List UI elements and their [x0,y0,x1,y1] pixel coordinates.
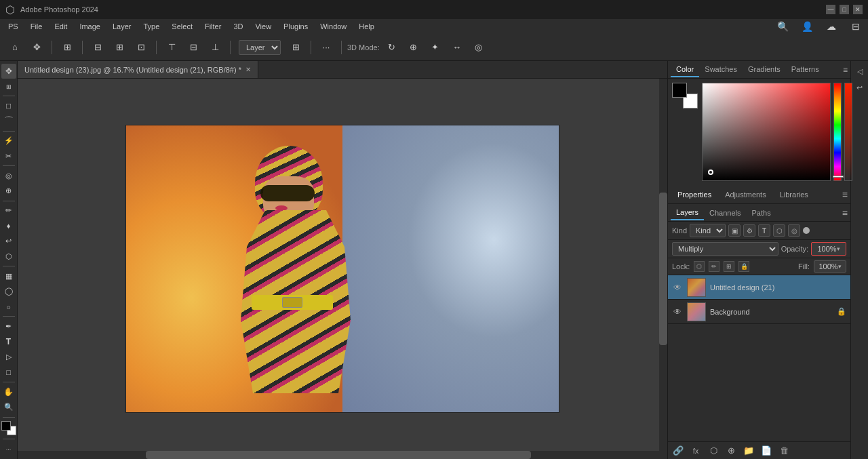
artboard-tool[interactable]: ⊞ [1,79,16,94]
filter-shape-icon[interactable]: ⬡ [773,224,785,237]
layer-delete-icon[interactable]: 🗑 [778,445,790,457]
layer-link-icon[interactable]: 🔗 [672,445,684,457]
more-options-icon[interactable]: ··· [317,38,336,57]
search-icon[interactable]: 🔍 [773,17,792,36]
slide-icon[interactable]: ↔ [448,38,467,57]
filter-pixel-icon[interactable]: ▣ [728,224,741,237]
lock-artboard-icon[interactable]: ⊞ [724,261,734,272]
color-picker-field[interactable] [702,83,831,181]
filter-smart-icon[interactable]: ◎ [788,224,800,237]
blend-mode-dropdown[interactable]: Multiply Normal Screen Overlay [672,242,778,256]
layer-adjustment-icon[interactable]: ⊕ [725,445,737,457]
clone-tool[interactable]: ♦ [1,218,16,233]
zoom-tool[interactable]: 🔍 [1,400,16,415]
layer-visibility-icon-1[interactable]: 👁 [672,306,683,317]
magic-wand-tool[interactable]: ⚡ [1,134,16,148]
close-button[interactable]: ✕ [853,5,863,14]
move-tool-icon[interactable]: ✥ [27,38,46,57]
menu-view[interactable]: View [250,21,277,32]
layer-visibility-icon-0[interactable]: 👁 [672,282,683,293]
home-icon[interactable]: ⌂ [5,38,24,57]
menu-file[interactable]: File [25,21,48,32]
move-tool[interactable]: ✥ [1,64,16,79]
distribute-top-icon[interactable]: ⊤ [162,38,181,57]
isolate-icon[interactable]: ⊞ [286,38,305,57]
lock-position-icon[interactable]: ✏ [709,261,719,272]
account-icon[interactable]: 👤 [797,17,816,36]
h-scroll-thumb[interactable] [146,451,531,459]
brush-tool[interactable]: ✏ [1,203,16,218]
lock-pixels-icon[interactable]: ⬡ [694,261,705,272]
menu-type[interactable]: Type [138,21,165,32]
tab-close-icon[interactable]: ✕ [245,66,251,73]
menu-3d[interactable]: 3D [228,21,248,32]
opacity-value[interactable]: 100% ▾ [811,242,846,256]
distribute-bottom-icon[interactable]: ⊥ [205,38,224,57]
menu-filter[interactable]: Filter [199,21,226,32]
layer-new-icon[interactable]: 📄 [760,445,772,457]
canvas-container[interactable] [18,79,667,459]
panel-toggle-icon[interactable]: ◁ [852,64,867,79]
more-tools[interactable]: ··· [1,441,16,456]
layer-folder-icon[interactable]: 📁 [743,445,755,457]
opacity-arrow-icon[interactable]: ▾ [837,245,840,252]
align-center-icon[interactable]: ⊞ [110,38,129,57]
layers-menu-icon[interactable]: ≡ [842,207,848,218]
menu-edit[interactable]: Edit [49,21,73,32]
tab-gradients[interactable]: Gradients [743,62,786,77]
eraser-tool[interactable]: ⬡ [1,250,16,264]
lock-all-icon[interactable]: 🔒 [738,261,749,272]
menu-image[interactable]: Image [74,21,106,32]
fg-color-box[interactable] [672,83,687,98]
horizontal-scrollbar[interactable] [18,451,659,459]
tab-libraries[interactable]: Libraries [773,188,815,201]
cloud-icon[interactable]: ☁ [822,17,841,36]
arrange-icon[interactable]: ⊟ [846,17,865,36]
tab-layers[interactable]: Layers [671,205,704,220]
shape-tool[interactable]: □ [1,365,16,380]
history-brush-tool[interactable]: ↩ [1,234,16,249]
layer-dropdown[interactable]: Layer [239,40,281,55]
history-icon[interactable]: ↩ [852,80,867,95]
rotate-icon[interactable]: ↻ [382,38,401,57]
roll-icon[interactable]: ◎ [469,38,488,57]
vertical-scrollbar[interactable] [659,79,667,459]
tab-channels[interactable]: Channels [704,206,746,220]
canvas-image[interactable] [125,125,559,413]
menu-ps[interactable]: PS [3,21,24,32]
marquee-tool[interactable]: □ [1,98,16,113]
fill-arrow-icon[interactable]: ▾ [838,263,842,270]
distribute-center-icon[interactable]: ⊟ [184,38,203,57]
tab-swatches[interactable]: Swatches [699,62,743,77]
pen-tool[interactable]: ✒ [1,319,16,334]
kind-dropdown[interactable]: Kind [690,224,726,237]
tab-patterns[interactable]: Patterns [786,62,825,77]
gradient-tool[interactable]: ▦ [1,268,16,283]
layer-item-untitled-design[interactable]: 👁 Untitled design (21) [668,275,850,300]
menu-help[interactable]: Help [353,21,380,32]
layer-fx-icon[interactable]: fx [690,445,702,457]
text-tool[interactable]: T [1,334,16,349]
blur-tool[interactable]: ◯ [1,284,16,299]
crop-tool[interactable]: ✂ [1,148,16,163]
menu-window[interactable]: Window [315,21,352,32]
filter-type-icon[interactable]: T [758,224,770,237]
transform-icon[interactable]: ⊞ [58,38,77,57]
properties-menu-icon[interactable]: ≡ [842,189,848,200]
tab-color[interactable]: Color [671,62,699,77]
alpha-bar[interactable] [844,83,852,181]
selection-tool[interactable]: ▷ [1,350,16,365]
tab-paths[interactable]: Paths [747,206,776,220]
color-panel-menu-icon[interactable]: ≡ [843,65,848,75]
healing-tool[interactable]: ⊕ [1,184,16,199]
tab-adjustments[interactable]: Adjustments [718,188,773,201]
tab-properties[interactable]: Properties [671,188,718,201]
hue-bar[interactable] [833,83,842,181]
maximize-button[interactable]: □ [840,5,849,14]
layer-mask-icon[interactable]: ⬡ [707,445,719,457]
pan-icon[interactable]: ⊕ [404,38,423,57]
scale-icon[interactable]: ✦ [426,38,445,57]
filter-toggle-dot[interactable] [803,227,810,234]
fill-value[interactable]: 100% ▾ [814,260,846,273]
eyedropper-tool[interactable]: ◎ [1,168,16,183]
